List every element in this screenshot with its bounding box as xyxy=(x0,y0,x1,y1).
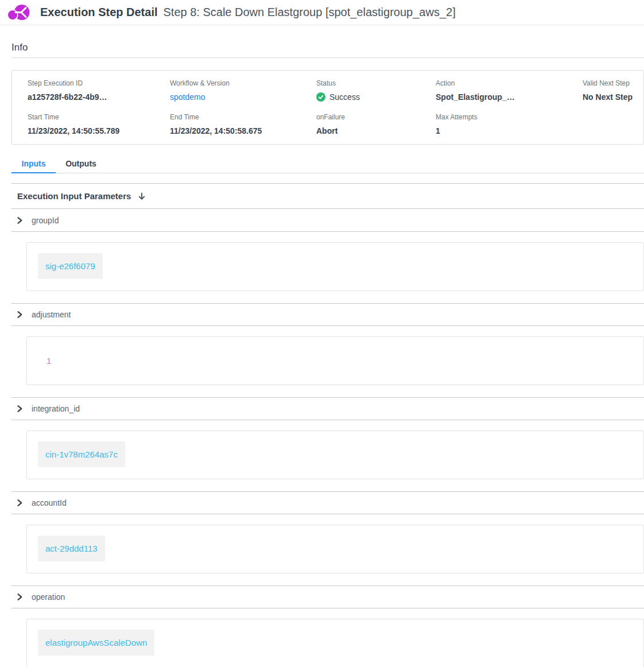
field-label: Status xyxy=(316,79,436,87)
param-value-panel: act-29ddd113 xyxy=(26,525,644,573)
param-body: 1 xyxy=(11,326,644,397)
info-field-end-time: End Time 11/23/2022, 14:50:58.675 xyxy=(170,113,316,147)
field-label: Step Execution ID xyxy=(28,79,170,87)
param-value-panel: sig-e26f6079 xyxy=(26,242,644,291)
param-name: integration_id xyxy=(32,404,80,413)
info-card-spacer xyxy=(583,113,643,147)
param-row-groupid[interactable]: groupId xyxy=(11,209,644,232)
start-time-value: 11/23/2022, 14:50:55.789 xyxy=(28,126,170,135)
chevron-right-icon xyxy=(15,593,24,601)
param-name: groupId xyxy=(32,216,59,225)
info-field-status: Status Success xyxy=(316,79,436,113)
divider xyxy=(11,57,644,58)
action-value: Spot_Elastigroup_… xyxy=(436,92,583,102)
tab-outputs[interactable]: Outputs xyxy=(56,154,106,173)
param-row-adjustment[interactable]: adjustment xyxy=(11,303,644,326)
success-check-icon xyxy=(316,92,325,102)
tab-inputs[interactable]: Inputs xyxy=(11,154,56,173)
status-badge: Success xyxy=(316,92,436,102)
field-label: Workflow & Version xyxy=(170,79,316,87)
param-value-accountid: act-29ddd113 xyxy=(38,536,105,561)
param-value-adjustment: 1 xyxy=(46,356,51,366)
param-body: elastigroupAwsScaleDown xyxy=(11,608,644,667)
info-field-onfailure: onFailure Abort xyxy=(316,113,436,147)
info-field-max-attempts: Max Attempts 1 xyxy=(436,113,583,147)
chevron-right-icon xyxy=(15,499,24,507)
param-section-groupid: groupId sig-e26f6079 xyxy=(11,209,644,303)
param-body: sig-e26f6079 xyxy=(11,232,644,303)
step-execution-id-value: a125728f-6b22-4b9… xyxy=(28,92,170,102)
info-field-action: Action Spot_Elastigroup_… xyxy=(436,79,583,113)
execution-input-parameters-title: Execution Input Parameters xyxy=(17,191,131,201)
field-label: Max Attempts xyxy=(436,113,583,121)
info-card: Step Execution ID a125728f-6b22-4b9… Wor… xyxy=(11,70,644,145)
page-subtitle: Step 8: Scale Down Elastgroup [spot_elas… xyxy=(164,6,456,19)
page-header: Execution Step Detail Step 8: Scale Down… xyxy=(0,0,644,25)
info-field-valid-next-step: Valid Next Step No Next Step xyxy=(583,79,643,113)
onfailure-value: Abort xyxy=(316,126,436,135)
chevron-right-icon xyxy=(15,311,24,319)
workflow-link[interactable]: spotdemo xyxy=(170,92,316,102)
chevron-right-icon xyxy=(15,216,24,224)
param-section-operation: operation elastigroupAwsScaleDown xyxy=(11,585,644,667)
param-value-integration-id: cin-1v78m264as7c xyxy=(38,441,125,467)
spot-logo-icon xyxy=(6,3,32,22)
param-name: accountId xyxy=(32,498,67,507)
inputs-outputs-tabs: Inputs Outputs xyxy=(11,154,644,173)
param-row-operation[interactable]: operation xyxy=(11,585,644,608)
info-field-step-execution-id: Step Execution ID a125728f-6b22-4b9… xyxy=(28,79,170,113)
param-name: operation xyxy=(32,592,65,602)
param-value-groupid: sig-e26f6079 xyxy=(38,253,103,279)
info-field-workflow-version: Workflow & Version spotdemo xyxy=(170,79,316,113)
param-section-accountid: accountId act-29ddd113 xyxy=(11,491,644,585)
param-body: act-29ddd113 xyxy=(11,514,644,585)
field-label: onFailure xyxy=(316,113,436,121)
chevron-right-icon xyxy=(15,405,24,413)
param-value-operation: elastigroupAwsScaleDown xyxy=(38,630,154,656)
param-value-panel: 1 xyxy=(26,336,644,385)
param-value-panel: elastigroupAwsScaleDown xyxy=(26,619,644,667)
max-attempts-value: 1 xyxy=(436,126,583,135)
execution-input-parameters-header: Execution Input Parameters xyxy=(11,184,644,209)
param-value-panel: cin-1v78m264as7c xyxy=(26,431,644,479)
page-title: Execution Step Detail xyxy=(40,6,158,19)
param-row-integration-id[interactable]: integration_id xyxy=(11,397,644,420)
param-row-accountid[interactable]: accountId xyxy=(11,491,644,514)
valid-next-step-value: No Next Step xyxy=(583,92,643,102)
collapse-all-arrow-down-icon[interactable] xyxy=(137,192,146,201)
end-time-value: 11/23/2022, 14:50:58.675 xyxy=(170,126,316,135)
info-section-heading: Info xyxy=(11,42,644,53)
field-label: Start Time xyxy=(28,113,170,121)
field-label: Valid Next Step xyxy=(583,79,643,87)
param-section-integration-id: integration_id cin-1v78m264as7c xyxy=(11,397,644,491)
param-name: adjustment xyxy=(32,310,71,319)
field-label: Action xyxy=(436,79,583,87)
param-body: cin-1v78m264as7c xyxy=(11,420,644,491)
field-label: End Time xyxy=(170,113,316,121)
info-field-start-time: Start Time 11/23/2022, 14:50:55.789 xyxy=(28,113,170,147)
param-section-adjustment: adjustment 1 xyxy=(11,303,644,397)
status-text: Success xyxy=(329,92,360,102)
